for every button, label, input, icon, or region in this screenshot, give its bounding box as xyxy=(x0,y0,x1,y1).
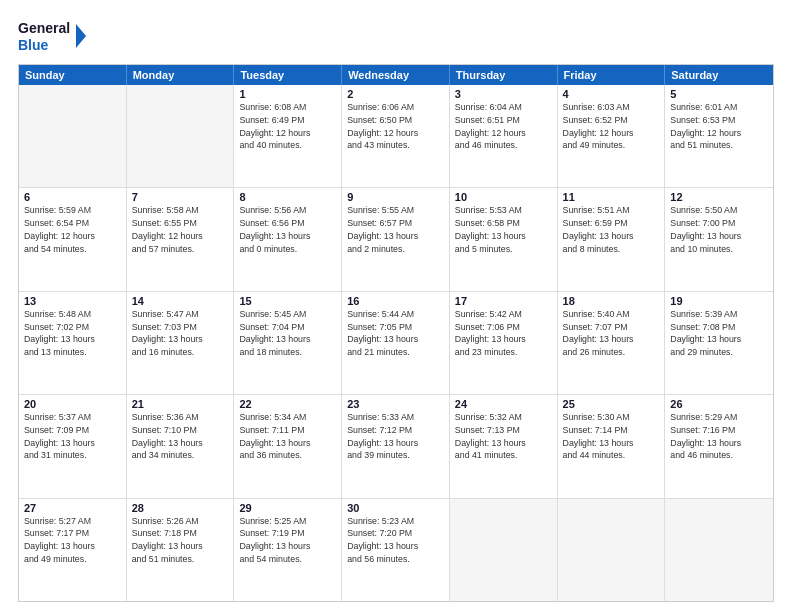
calendar-cell: 10Sunrise: 5:53 AM Sunset: 6:58 PM Dayli… xyxy=(450,188,558,290)
calendar-cell: 16Sunrise: 5:44 AM Sunset: 7:05 PM Dayli… xyxy=(342,292,450,394)
calendar-cell: 29Sunrise: 5:25 AM Sunset: 7:19 PM Dayli… xyxy=(234,499,342,601)
calendar-cell: 20Sunrise: 5:37 AM Sunset: 7:09 PM Dayli… xyxy=(19,395,127,497)
calendar-cell: 30Sunrise: 5:23 AM Sunset: 7:20 PM Dayli… xyxy=(342,499,450,601)
calendar-cell: 22Sunrise: 5:34 AM Sunset: 7:11 PM Dayli… xyxy=(234,395,342,497)
cell-sun-info: Sunrise: 6:04 AM Sunset: 6:51 PM Dayligh… xyxy=(455,101,552,152)
cell-sun-info: Sunrise: 5:29 AM Sunset: 7:16 PM Dayligh… xyxy=(670,411,768,462)
calendar-row: 6Sunrise: 5:59 AM Sunset: 6:54 PM Daylig… xyxy=(19,187,773,290)
calendar-cell: 4Sunrise: 6:03 AM Sunset: 6:52 PM Daylig… xyxy=(558,85,666,187)
calendar-cell: 21Sunrise: 5:36 AM Sunset: 7:10 PM Dayli… xyxy=(127,395,235,497)
cell-sun-info: Sunrise: 5:44 AM Sunset: 7:05 PM Dayligh… xyxy=(347,308,444,359)
calendar-cell: 28Sunrise: 5:26 AM Sunset: 7:18 PM Dayli… xyxy=(127,499,235,601)
calendar-cell: 25Sunrise: 5:30 AM Sunset: 7:14 PM Dayli… xyxy=(558,395,666,497)
page: GeneralBlue SundayMondayTuesdayWednesday… xyxy=(0,0,792,612)
cell-day-number: 19 xyxy=(670,295,768,307)
cell-day-number: 12 xyxy=(670,191,768,203)
calendar-cell xyxy=(19,85,127,187)
logo: GeneralBlue xyxy=(18,16,98,56)
calendar-cell: 15Sunrise: 5:45 AM Sunset: 7:04 PM Dayli… xyxy=(234,292,342,394)
cell-sun-info: Sunrise: 5:23 AM Sunset: 7:20 PM Dayligh… xyxy=(347,515,444,566)
weekday-header: Saturday xyxy=(665,65,773,85)
cell-day-number: 11 xyxy=(563,191,660,203)
cell-sun-info: Sunrise: 5:48 AM Sunset: 7:02 PM Dayligh… xyxy=(24,308,121,359)
calendar-cell: 6Sunrise: 5:59 AM Sunset: 6:54 PM Daylig… xyxy=(19,188,127,290)
cell-day-number: 26 xyxy=(670,398,768,410)
cell-sun-info: Sunrise: 5:26 AM Sunset: 7:18 PM Dayligh… xyxy=(132,515,229,566)
calendar-row: 13Sunrise: 5:48 AM Sunset: 7:02 PM Dayli… xyxy=(19,291,773,394)
cell-day-number: 17 xyxy=(455,295,552,307)
cell-day-number: 10 xyxy=(455,191,552,203)
cell-day-number: 2 xyxy=(347,88,444,100)
cell-sun-info: Sunrise: 5:27 AM Sunset: 7:17 PM Dayligh… xyxy=(24,515,121,566)
cell-day-number: 18 xyxy=(563,295,660,307)
cell-sun-info: Sunrise: 5:39 AM Sunset: 7:08 PM Dayligh… xyxy=(670,308,768,359)
cell-day-number: 14 xyxy=(132,295,229,307)
calendar-cell: 24Sunrise: 5:32 AM Sunset: 7:13 PM Dayli… xyxy=(450,395,558,497)
calendar-row: 1Sunrise: 6:08 AM Sunset: 6:49 PM Daylig… xyxy=(19,85,773,187)
cell-day-number: 30 xyxy=(347,502,444,514)
cell-sun-info: Sunrise: 5:36 AM Sunset: 7:10 PM Dayligh… xyxy=(132,411,229,462)
calendar-row: 27Sunrise: 5:27 AM Sunset: 7:17 PM Dayli… xyxy=(19,498,773,601)
cell-day-number: 23 xyxy=(347,398,444,410)
cell-sun-info: Sunrise: 6:06 AM Sunset: 6:50 PM Dayligh… xyxy=(347,101,444,152)
cell-day-number: 25 xyxy=(563,398,660,410)
cell-day-number: 20 xyxy=(24,398,121,410)
cell-day-number: 27 xyxy=(24,502,121,514)
cell-day-number: 5 xyxy=(670,88,768,100)
cell-sun-info: Sunrise: 6:08 AM Sunset: 6:49 PM Dayligh… xyxy=(239,101,336,152)
cell-sun-info: Sunrise: 5:32 AM Sunset: 7:13 PM Dayligh… xyxy=(455,411,552,462)
cell-day-number: 1 xyxy=(239,88,336,100)
cell-sun-info: Sunrise: 5:30 AM Sunset: 7:14 PM Dayligh… xyxy=(563,411,660,462)
calendar-cell: 13Sunrise: 5:48 AM Sunset: 7:02 PM Dayli… xyxy=(19,292,127,394)
cell-sun-info: Sunrise: 5:50 AM Sunset: 7:00 PM Dayligh… xyxy=(670,204,768,255)
cell-day-number: 15 xyxy=(239,295,336,307)
cell-day-number: 8 xyxy=(239,191,336,203)
calendar-cell xyxy=(450,499,558,601)
cell-day-number: 24 xyxy=(455,398,552,410)
cell-day-number: 7 xyxy=(132,191,229,203)
calendar-cell: 5Sunrise: 6:01 AM Sunset: 6:53 PM Daylig… xyxy=(665,85,773,187)
cell-sun-info: Sunrise: 5:56 AM Sunset: 6:56 PM Dayligh… xyxy=(239,204,336,255)
cell-sun-info: Sunrise: 5:58 AM Sunset: 6:55 PM Dayligh… xyxy=(132,204,229,255)
cell-day-number: 13 xyxy=(24,295,121,307)
svg-text:Blue: Blue xyxy=(18,37,49,53)
cell-day-number: 22 xyxy=(239,398,336,410)
weekday-header: Friday xyxy=(558,65,666,85)
calendar-cell: 9Sunrise: 5:55 AM Sunset: 6:57 PM Daylig… xyxy=(342,188,450,290)
cell-sun-info: Sunrise: 5:47 AM Sunset: 7:03 PM Dayligh… xyxy=(132,308,229,359)
logo-icon: GeneralBlue xyxy=(18,16,98,56)
calendar-cell: 17Sunrise: 5:42 AM Sunset: 7:06 PM Dayli… xyxy=(450,292,558,394)
cell-sun-info: Sunrise: 5:37 AM Sunset: 7:09 PM Dayligh… xyxy=(24,411,121,462)
cell-sun-info: Sunrise: 5:40 AM Sunset: 7:07 PM Dayligh… xyxy=(563,308,660,359)
cell-sun-info: Sunrise: 5:53 AM Sunset: 6:58 PM Dayligh… xyxy=(455,204,552,255)
calendar-cell xyxy=(127,85,235,187)
cell-sun-info: Sunrise: 5:42 AM Sunset: 7:06 PM Dayligh… xyxy=(455,308,552,359)
cell-day-number: 21 xyxy=(132,398,229,410)
cell-day-number: 28 xyxy=(132,502,229,514)
calendar-cell: 19Sunrise: 5:39 AM Sunset: 7:08 PM Dayli… xyxy=(665,292,773,394)
calendar-header: SundayMondayTuesdayWednesdayThursdayFrid… xyxy=(19,65,773,85)
cell-day-number: 29 xyxy=(239,502,336,514)
cell-sun-info: Sunrise: 5:59 AM Sunset: 6:54 PM Dayligh… xyxy=(24,204,121,255)
cell-sun-info: Sunrise: 5:45 AM Sunset: 7:04 PM Dayligh… xyxy=(239,308,336,359)
calendar-cell: 14Sunrise: 5:47 AM Sunset: 7:03 PM Dayli… xyxy=(127,292,235,394)
calendar-cell: 26Sunrise: 5:29 AM Sunset: 7:16 PM Dayli… xyxy=(665,395,773,497)
weekday-header: Thursday xyxy=(450,65,558,85)
calendar-cell: 8Sunrise: 5:56 AM Sunset: 6:56 PM Daylig… xyxy=(234,188,342,290)
calendar-cell: 18Sunrise: 5:40 AM Sunset: 7:07 PM Dayli… xyxy=(558,292,666,394)
calendar-cell: 1Sunrise: 6:08 AM Sunset: 6:49 PM Daylig… xyxy=(234,85,342,187)
calendar-cell: 11Sunrise: 5:51 AM Sunset: 6:59 PM Dayli… xyxy=(558,188,666,290)
calendar-cell: 3Sunrise: 6:04 AM Sunset: 6:51 PM Daylig… xyxy=(450,85,558,187)
cell-sun-info: Sunrise: 5:33 AM Sunset: 7:12 PM Dayligh… xyxy=(347,411,444,462)
calendar-cell: 7Sunrise: 5:58 AM Sunset: 6:55 PM Daylig… xyxy=(127,188,235,290)
calendar-cell xyxy=(665,499,773,601)
cell-sun-info: Sunrise: 5:51 AM Sunset: 6:59 PM Dayligh… xyxy=(563,204,660,255)
calendar-cell: 2Sunrise: 6:06 AM Sunset: 6:50 PM Daylig… xyxy=(342,85,450,187)
cell-day-number: 6 xyxy=(24,191,121,203)
weekday-header: Wednesday xyxy=(342,65,450,85)
weekday-header: Monday xyxy=(127,65,235,85)
calendar-cell xyxy=(558,499,666,601)
cell-day-number: 16 xyxy=(347,295,444,307)
cell-sun-info: Sunrise: 6:03 AM Sunset: 6:52 PM Dayligh… xyxy=(563,101,660,152)
cell-sun-info: Sunrise: 5:34 AM Sunset: 7:11 PM Dayligh… xyxy=(239,411,336,462)
